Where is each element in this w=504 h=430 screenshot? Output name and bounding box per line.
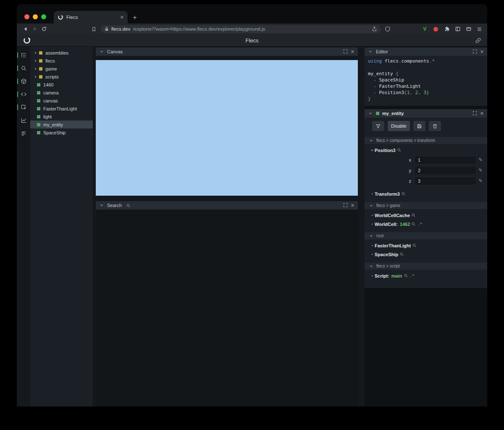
reload-button[interactable]	[39, 26, 49, 32]
save-button[interactable]	[413, 121, 425, 131]
expand-icon[interactable]	[343, 49, 348, 55]
tree-item-light[interactable]: light	[30, 113, 93, 121]
edit-icon[interactable]: ✎	[476, 178, 485, 184]
zoom-window-button[interactable]	[41, 14, 46, 19]
back-button[interactable]	[21, 26, 30, 32]
component-name: SpaceShip	[375, 252, 398, 257]
tree-item-1460[interactable]: 1460	[30, 81, 93, 89]
component-row-Transform3[interactable]: •Transform3	[365, 189, 487, 198]
close-icon[interactable]: ✕	[351, 203, 354, 208]
component-row-Script[interactable]: •Script:main.*	[365, 271, 487, 280]
tree-icon[interactable]	[17, 50, 30, 60]
bookmark-icon[interactable]	[89, 26, 98, 32]
forward-button[interactable]	[30, 26, 39, 32]
canvas-cube-icon[interactable]	[17, 76, 30, 87]
record-extension-icon[interactable]	[432, 27, 439, 31]
component-row-FasterThanLight[interactable]: •FasterThanLight	[365, 241, 487, 250]
component-name: WorldCellCache	[375, 213, 410, 218]
query-icon[interactable]	[397, 148, 401, 152]
address-bar[interactable]: flecs.dev/explorer/?wasm=https://www.fle…	[101, 25, 381, 33]
chevron-down-icon[interactable]	[99, 204, 104, 207]
chevron-down-icon[interactable]	[99, 50, 104, 53]
query-icon[interactable]	[412, 244, 416, 247]
browser-tab[interactable]: Flecs ✕	[54, 11, 128, 24]
wallet-icon[interactable]	[465, 26, 472, 32]
chevron-down-icon[interactable]	[368, 50, 373, 53]
chevron-down-icon[interactable]	[368, 112, 373, 115]
chevron-down-icon[interactable]	[369, 139, 374, 142]
component-section-header[interactable]: root	[365, 232, 487, 239]
chart-icon[interactable]	[17, 115, 30, 126]
query-icon[interactable]	[404, 274, 408, 278]
render-canvas[interactable]	[96, 60, 358, 196]
component-row-WorldCell[interactable]: •WorldCell:1462.*	[365, 220, 487, 228]
tree-item-canvas[interactable]: canvas	[30, 97, 93, 105]
new-tab-button[interactable]: +	[133, 14, 137, 21]
chevron-down-icon[interactable]	[370, 149, 375, 152]
close-icon[interactable]: ✕	[351, 50, 354, 54]
sidebar-toggle-icon[interactable]	[454, 26, 461, 32]
field-row-y: y2✎	[365, 165, 487, 176]
vpn-icon[interactable]: V	[421, 26, 428, 32]
query-icon[interactable]	[402, 192, 405, 196]
close-icon[interactable]: ✕	[480, 111, 484, 116]
tree-item-scripts[interactable]: ▸scripts	[30, 73, 93, 81]
editor-code-icon[interactable]	[17, 89, 30, 100]
edit-icon[interactable]: ✎	[476, 168, 485, 173]
chevron-right-icon[interactable]: ▸	[35, 67, 39, 71]
tree-item-camera[interactable]: camera	[30, 89, 93, 97]
chevron-right-icon[interactable]: ▸	[35, 59, 39, 63]
tree-item-my_entity[interactable]: my_entity	[30, 121, 93, 128]
component-name: Transform3	[375, 191, 400, 197]
disable-button[interactable]: Disable	[388, 121, 410, 131]
tree-item-FasterThanLight[interactable]: FasterThanLight	[30, 105, 93, 113]
shield-icon[interactable]	[383, 26, 393, 32]
search-panel-body[interactable]	[96, 210, 358, 406]
chevron-down-icon[interactable]	[369, 204, 374, 207]
chevron-down-icon[interactable]	[369, 265, 374, 268]
chevron-down-icon[interactable]	[369, 234, 374, 238]
component-name: Position3	[375, 148, 396, 153]
share-icon[interactable]	[372, 26, 377, 32]
component-section-header[interactable]: flecs > components > transform	[365, 137, 487, 144]
field-input-x[interactable]: 1	[415, 156, 476, 164]
tree-item-SpaceShip[interactable]: SpaceShip	[30, 128, 93, 136]
tab-close-icon[interactable]: ✕	[120, 15, 124, 20]
traffic-lights	[24, 14, 46, 19]
bullet-icon: •	[370, 192, 375, 196]
query-icon[interactable]	[412, 213, 415, 217]
menu-icon[interactable]	[476, 26, 483, 32]
filter-button[interactable]	[372, 121, 384, 131]
inspector-icon[interactable]	[17, 102, 30, 113]
expand-icon[interactable]	[343, 203, 348, 208]
expand-icon[interactable]	[472, 49, 477, 55]
query-icon[interactable]	[412, 222, 415, 226]
field-input-y[interactable]: 2	[415, 166, 476, 175]
query-icon[interactable]	[400, 252, 404, 256]
expand-icon[interactable]	[472, 111, 477, 116]
extensions-puzzle-icon[interactable]	[443, 26, 450, 32]
tree-item-assemblies[interactable]: ▸assemblies	[30, 49, 93, 57]
component-row-Position3[interactable]: Position3	[365, 146, 487, 155]
close-window-button[interactable]	[24, 14, 29, 19]
field-input-z[interactable]: 3	[415, 177, 476, 185]
delete-button[interactable]	[429, 121, 441, 131]
component-section-header[interactable]: flecs > script	[365, 262, 487, 270]
close-icon[interactable]: ✕	[480, 50, 484, 54]
component-row-SpaceShip[interactable]: •SpaceShip	[365, 250, 487, 259]
tree-item-flecs[interactable]: ▸flecs	[30, 57, 93, 65]
tree-item-label: scripts	[45, 74, 59, 79]
entity-icon	[37, 99, 40, 102]
component-row-WorldCellCache[interactable]: •WorldCellCache	[365, 211, 487, 220]
stats-icon[interactable]	[17, 128, 30, 139]
code-line: }	[368, 96, 484, 102]
minimize-window-button[interactable]	[33, 14, 38, 19]
tree-item-game[interactable]: ▸game	[30, 65, 93, 73]
share-link-icon[interactable]	[475, 37, 481, 44]
chevron-right-icon[interactable]: ▸	[35, 51, 39, 55]
chevron-right-icon[interactable]: ▸	[35, 75, 39, 79]
edit-icon[interactable]: ✎	[476, 157, 485, 163]
component-section-header[interactable]: flecs > game	[365, 202, 487, 209]
editor-code[interactable]: using flecs.components.* my_entity { - S…	[365, 56, 487, 106]
search-icon[interactable]	[17, 63, 30, 73]
